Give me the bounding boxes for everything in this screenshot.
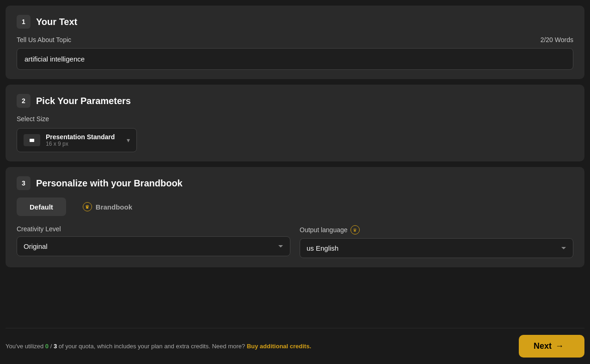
quota-text: You've utilized 0 / 3 of your quota, whi… (6, 343, 311, 350)
size-name: Presentation Standard (46, 133, 121, 141)
creativity-group: Creativity Level Original Creative Balan… (17, 225, 290, 256)
crown-icon: ♛ (83, 202, 92, 211)
toggle-default-label: Default (30, 203, 53, 211)
output-lang-select[interactable]: us English uk English Spanish French (300, 238, 573, 258)
creativity-select[interactable]: Original Creative Balanced (17, 236, 290, 256)
word-count: 2/20 Words (541, 36, 573, 43)
step1-title: Your Text (36, 17, 77, 27)
size-dropdown[interactable]: Presentation Standard 16 x 9 px ▾ (17, 128, 137, 152)
toggle-default-button[interactable]: Default (17, 197, 66, 216)
quota-prefix: You've utilized (6, 343, 45, 350)
params-row: Creativity Level Original Creative Balan… (17, 225, 573, 258)
section-parameters: 2 Pick Your Parameters Select Size Prese… (6, 85, 584, 161)
toggle-brandbook-label: Brandbook (96, 203, 132, 211)
next-arrow-icon: → (555, 341, 564, 351)
quota-suffix: of your quota, which includes your plan … (57, 343, 245, 350)
chevron-down-icon: ▾ (127, 136, 130, 144)
step2-title: Pick Your Parameters (36, 96, 131, 106)
section3-header: 3 Personalize with your Brandbook (17, 176, 573, 190)
step3-badge: 3 (17, 176, 31, 190)
topic-label: Tell Us About Topic (17, 36, 71, 43)
step1-subtitle-row: Tell Us About Topic 2/20 Words (17, 36, 573, 43)
output-lang-crown-icon: ♛ (350, 225, 360, 234)
output-lang-group: Output language ♛ us English uk English … (300, 225, 573, 258)
section-your-text: 1 Your Text Tell Us About Topic 2/20 Wor… (6, 6, 584, 79)
section1-header: 1 Your Text (17, 15, 573, 29)
footer-bar: You've utilized 0 / 3 of your quota, whi… (6, 328, 584, 364)
quota-sep: / (49, 343, 54, 350)
select-size-label: Select Size (17, 115, 573, 123)
size-dims: 16 x 9 px (46, 141, 121, 147)
buy-credits-link[interactable]: Buy additional credits. (247, 343, 311, 350)
quota-used: 0 (45, 343, 49, 350)
step1-badge: 1 (17, 15, 31, 29)
size-icon-inner (30, 139, 34, 142)
output-lang-label: Output language ♛ (300, 225, 573, 234)
section-brandbook: 3 Personalize with your Brandbook Defaul… (6, 167, 584, 267)
toggle-group: Default ♛ Brandbook (17, 197, 573, 216)
creativity-label: Creativity Level (17, 225, 290, 233)
toggle-brandbook-button[interactable]: ♛ Brandbook (70, 197, 145, 216)
topic-input[interactable] (17, 48, 573, 70)
size-info: Presentation Standard 16 x 9 px (46, 133, 121, 147)
next-label: Next (534, 341, 552, 351)
section2-header: 2 Pick Your Parameters (17, 94, 573, 108)
step3-title: Personalize with your Brandbook (36, 178, 183, 189)
next-button[interactable]: Next → (519, 335, 584, 358)
step2-badge: 2 (17, 94, 31, 108)
size-icon (24, 134, 40, 146)
